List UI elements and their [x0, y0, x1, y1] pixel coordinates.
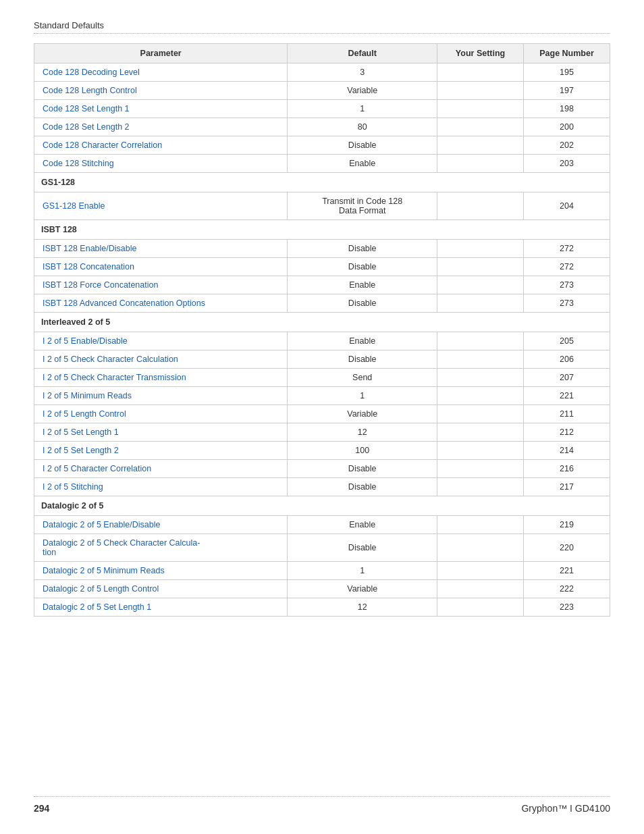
setting-cell	[437, 478, 524, 496]
default-cell: 80	[288, 118, 437, 136]
table-row: I 2 of 5 Length ControlVariable211	[34, 405, 610, 423]
default-cell: Disable	[288, 294, 437, 313]
page-cell: 207	[524, 369, 610, 387]
setting-cell	[437, 516, 524, 534]
section-header-row: ISBT 128	[34, 220, 610, 240]
param-cell[interactable]: Code 128 Stitching	[34, 155, 288, 173]
default-cell: Transmit in Code 128Data Format	[288, 192, 437, 220]
setting-cell	[437, 442, 524, 460]
setting-cell	[437, 423, 524, 442]
table-row: Code 128 Decoding Level3195	[34, 63, 610, 82]
param-cell[interactable]: I 2 of 5 Character Correlation	[34, 460, 288, 478]
param-cell[interactable]: Code 128 Character Correlation	[34, 136, 288, 155]
default-cell: Enable	[288, 332, 437, 350]
param-cell[interactable]: GS1-128 Enable	[34, 192, 288, 220]
param-cell[interactable]: Datalogic 2 of 5 Enable/Disable	[34, 516, 288, 534]
param-cell[interactable]: Datalogic 2 of 5 Set Length 1	[34, 598, 288, 617]
header-section: Standard Defaults	[34, 20, 610, 34]
table-row: Code 128 Set Length 280200	[34, 118, 610, 136]
setting-cell	[437, 136, 524, 155]
header-divider	[34, 33, 610, 34]
col-header-parameter: Parameter	[34, 44, 288, 63]
table-row: Datalogic 2 of 5 Minimum Reads1221	[34, 562, 610, 580]
param-cell[interactable]: ISBT 128 Force Concatenation	[34, 276, 288, 294]
setting-cell	[437, 63, 524, 82]
page-cell: 202	[524, 136, 610, 155]
footer-brand: Gryphon™ I GD4100	[521, 803, 610, 814]
table-row: Datalogic 2 of 5 Length ControlVariable2…	[34, 580, 610, 598]
param-cell[interactable]: Datalogic 2 of 5 Length Control	[34, 580, 288, 598]
table-row: Code 128 Character CorrelationDisable202	[34, 136, 610, 155]
section-header-row: Datalogic 2 of 5	[34, 496, 610, 516]
setting-cell	[437, 598, 524, 617]
setting-cell	[437, 100, 524, 118]
section-label: ISBT 128	[34, 220, 610, 240]
param-cell[interactable]: ISBT 128 Concatenation	[34, 258, 288, 276]
default-cell: Disable	[288, 534, 437, 562]
setting-cell	[437, 405, 524, 423]
page-cell: 204	[524, 192, 610, 220]
setting-cell	[437, 460, 524, 478]
setting-cell	[437, 240, 524, 258]
page-container: Standard Defaults Parameter Default Your…	[0, 0, 644, 644]
page-cell: 219	[524, 516, 610, 534]
param-cell[interactable]: I 2 of 5 Check Character Transmission	[34, 369, 288, 387]
section-label: Interleaved 2 of 5	[34, 313, 610, 332]
page-cell: 273	[524, 294, 610, 313]
setting-cell	[437, 192, 524, 220]
param-cell[interactable]: Code 128 Set Length 2	[34, 118, 288, 136]
param-cell[interactable]: I 2 of 5 Check Character Calculation	[34, 350, 288, 369]
default-cell: 100	[288, 442, 437, 460]
col-header-page: Page Number	[524, 44, 610, 63]
page-cell: 273	[524, 276, 610, 294]
default-cell: 3	[288, 63, 437, 82]
default-cell: Variable	[288, 82, 437, 100]
footer-section: 294 Gryphon™ I GD4100	[34, 803, 610, 814]
page-cell: 221	[524, 387, 610, 405]
setting-cell	[437, 332, 524, 350]
param-cell[interactable]: Code 128 Decoding Level	[34, 63, 288, 82]
footer-divider	[34, 796, 610, 797]
page-cell: 198	[524, 100, 610, 118]
table-row: ISBT 128 ConcatenationDisable272	[34, 258, 610, 276]
setting-cell	[437, 534, 524, 562]
section-label: Datalogic 2 of 5	[34, 496, 610, 516]
col-header-default: Default	[288, 44, 437, 63]
param-cell[interactable]: I 2 of 5 Stitching	[34, 478, 288, 496]
param-cell[interactable]: I 2 of 5 Length Control	[34, 405, 288, 423]
default-cell: 1	[288, 100, 437, 118]
default-cell: 1	[288, 387, 437, 405]
main-table: Parameter Default Your Setting Page Numb…	[34, 43, 610, 617]
table-row: I 2 of 5 Set Length 112212	[34, 423, 610, 442]
table-row: GS1-128 EnableTransmit in Code 128Data F…	[34, 192, 610, 220]
default-cell: Enable	[288, 516, 437, 534]
table-row: I 2 of 5 Enable/DisableEnable205	[34, 332, 610, 350]
page-cell: 221	[524, 562, 610, 580]
param-cell[interactable]: ISBT 128 Advanced Concatenation Options	[34, 294, 288, 313]
param-cell[interactable]: ISBT 128 Enable/Disable	[34, 240, 288, 258]
table-row: ISBT 128 Force ConcatenationEnable273	[34, 276, 610, 294]
default-cell: Send	[288, 369, 437, 387]
col-header-setting: Your Setting	[437, 44, 524, 63]
default-cell: 1	[288, 562, 437, 580]
param-cell[interactable]: I 2 of 5 Enable/Disable	[34, 332, 288, 350]
param-cell[interactable]: Code 128 Set Length 1	[34, 100, 288, 118]
page-cell: 197	[524, 82, 610, 100]
param-cell[interactable]: I 2 of 5 Set Length 1	[34, 423, 288, 442]
default-cell: Enable	[288, 155, 437, 173]
table-row: I 2 of 5 Character CorrelationDisable216	[34, 460, 610, 478]
default-cell: Disable	[288, 240, 437, 258]
table-row: I 2 of 5 Check Character TransmissionSen…	[34, 369, 610, 387]
param-cell[interactable]: I 2 of 5 Minimum Reads	[34, 387, 288, 405]
param-cell[interactable]: Code 128 Length Control	[34, 82, 288, 100]
table-row: Code 128 Length ControlVariable197	[34, 82, 610, 100]
default-cell: Variable	[288, 580, 437, 598]
param-cell[interactable]: I 2 of 5 Set Length 2	[34, 442, 288, 460]
page-cell: 203	[524, 155, 610, 173]
param-cell[interactable]: Datalogic 2 of 5 Minimum Reads	[34, 562, 288, 580]
section-header-row: Interleaved 2 of 5	[34, 313, 610, 332]
default-cell: Disable	[288, 478, 437, 496]
default-cell: Disable	[288, 350, 437, 369]
param-cell[interactable]: Datalogic 2 of 5 Check Character Calcula…	[34, 534, 288, 562]
table-row: I 2 of 5 StitchingDisable217	[34, 478, 610, 496]
